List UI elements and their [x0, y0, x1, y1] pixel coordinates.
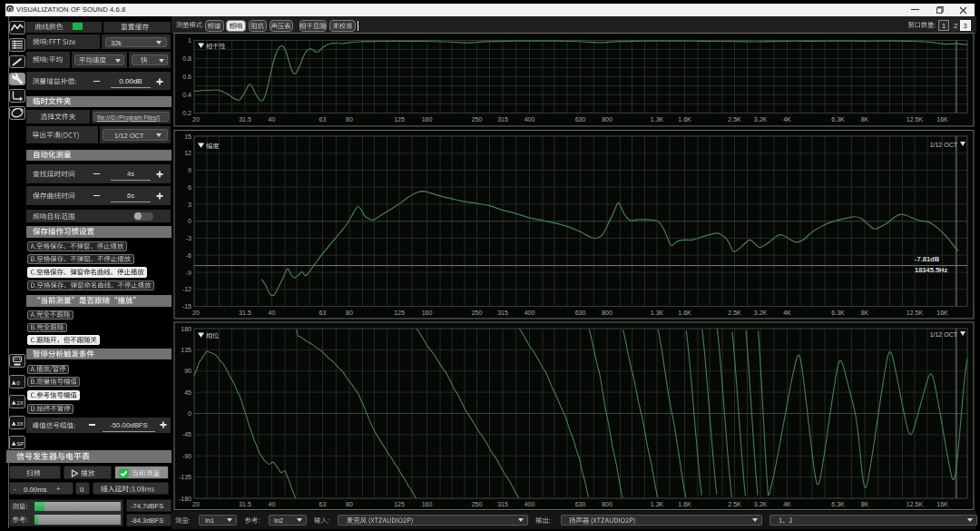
svg-text:3.2K: 3.2K: [754, 501, 768, 507]
svg-text:0: 0: [188, 410, 191, 417]
svg-text:1.6K: 1.6K: [678, 501, 691, 507]
svg-text:160: 160: [422, 501, 433, 507]
svg-text:45: 45: [184, 389, 191, 396]
svg-text:-135: -135: [179, 474, 191, 480]
svg-text:12.5K: 12.5K: [906, 501, 924, 507]
svg-text:31.5: 31.5: [239, 501, 251, 507]
svg-text:20: 20: [192, 501, 200, 507]
svg-text:8K: 8K: [861, 501, 869, 507]
svg-text:6.3K: 6.3K: [831, 501, 845, 507]
svg-text:400: 400: [524, 501, 535, 507]
svg-text:630: 630: [575, 501, 586, 507]
svg-text:-45: -45: [182, 431, 191, 438]
svg-text:-90: -90: [182, 453, 191, 459]
svg-text:40: 40: [269, 501, 276, 507]
svg-text:180: 180: [181, 326, 191, 332]
svg-text:90: 90: [184, 368, 191, 374]
svg-text:16K: 16K: [936, 501, 948, 507]
svg-text:1.3K: 1.3K: [651, 501, 664, 507]
svg-text:1/12 OCT: 1/12 OCT: [930, 331, 958, 338]
svg-text:135: 135: [181, 347, 191, 353]
svg-text:80: 80: [346, 501, 353, 507]
svg-text:800: 800: [602, 501, 612, 507]
svg-text:63: 63: [319, 501, 327, 507]
svg-text:250: 250: [472, 501, 483, 507]
svg-text:315: 315: [497, 501, 508, 507]
svg-text:4K: 4K: [783, 501, 791, 507]
svg-text:2.5K: 2.5K: [728, 501, 741, 507]
svg-text:125: 125: [394, 501, 405, 507]
svg-text:-180: -180: [179, 496, 191, 502]
